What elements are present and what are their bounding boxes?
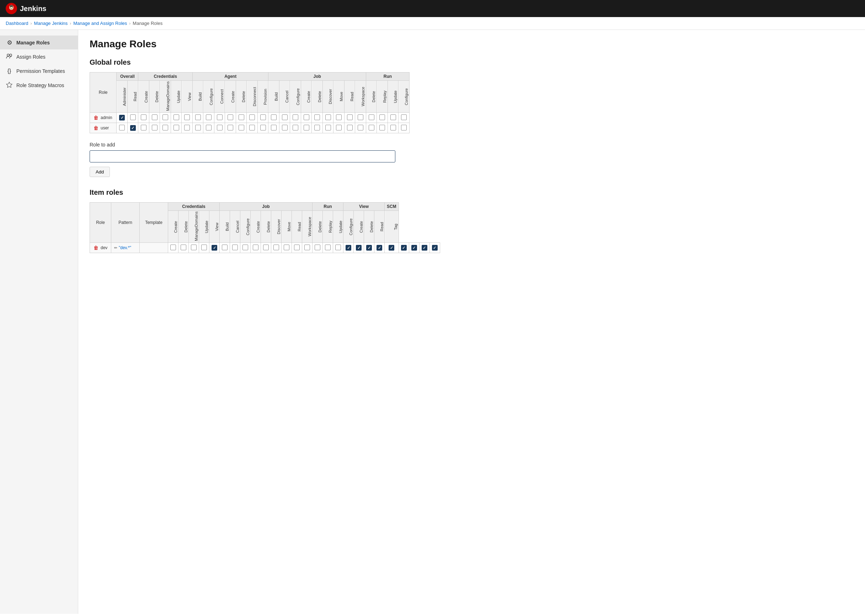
global-role-user-cb-16[interactable] bbox=[290, 123, 301, 133]
global-role-admin-cb-19[interactable] bbox=[322, 113, 333, 123]
item-checkbox-dev-25[interactable] bbox=[432, 245, 438, 251]
checkbox-admin-20[interactable] bbox=[336, 115, 342, 120]
global-role-admin-cb-22[interactable] bbox=[355, 113, 366, 123]
item-role-dev-cb-8[interactable] bbox=[251, 243, 261, 253]
item-checkbox-dev-13[interactable] bbox=[304, 245, 310, 250]
item-role-dev-cb-18[interactable] bbox=[354, 243, 364, 253]
checkbox-admin-23[interactable] bbox=[369, 115, 374, 120]
checkbox-user-16[interactable] bbox=[293, 125, 298, 130]
item-role-dev-cb-14[interactable] bbox=[313, 243, 323, 253]
delete-item-role-dev[interactable]: 🗑 bbox=[93, 244, 99, 251]
global-role-admin-cb-23[interactable] bbox=[366, 113, 377, 123]
delete-global-role-user[interactable]: 🗑 bbox=[93, 124, 99, 132]
checkbox-user-22[interactable] bbox=[358, 125, 363, 130]
global-role-user-cb-11[interactable] bbox=[236, 123, 247, 133]
global-role-user-cb-5[interactable] bbox=[171, 123, 182, 133]
global-role-user-cb-0[interactable] bbox=[116, 123, 127, 133]
checkbox-user-8[interactable] bbox=[206, 125, 212, 130]
checkbox-user-25[interactable] bbox=[390, 125, 396, 130]
sidebar-item-assign-roles[interactable]: Assign Roles bbox=[0, 49, 78, 64]
item-role-dev-cb-23[interactable] bbox=[409, 243, 419, 253]
global-role-user-cb-4[interactable] bbox=[160, 123, 171, 133]
checkbox-admin-8[interactable] bbox=[206, 115, 212, 120]
checkbox-admin-4[interactable] bbox=[162, 115, 168, 120]
checkbox-user-12[interactable] bbox=[249, 125, 255, 130]
global-role-user-cb-18[interactable] bbox=[312, 123, 323, 133]
checkbox-user-17[interactable] bbox=[304, 125, 309, 130]
global-role-admin-cb-24[interactable] bbox=[377, 113, 388, 123]
global-role-admin-cb-7[interactable] bbox=[192, 113, 203, 123]
checkbox-admin-2[interactable] bbox=[141, 115, 146, 120]
global-role-user-cb-9[interactable] bbox=[214, 123, 225, 133]
item-role-dev-cb-16[interactable] bbox=[333, 243, 343, 253]
item-role-dev-cb-10[interactable] bbox=[271, 243, 282, 253]
sidebar-item-permission-templates[interactable]: {} Permission Templates bbox=[0, 64, 78, 78]
checkbox-user-3[interactable] bbox=[152, 125, 157, 130]
breadcrumb-dashboard[interactable]: Dashboard bbox=[6, 20, 28, 26]
global-role-admin-cb-6[interactable] bbox=[182, 113, 193, 123]
item-role-dev-cb-13[interactable] bbox=[302, 243, 313, 253]
item-checkbox-dev-21[interactable] bbox=[388, 245, 394, 251]
item-checkbox-dev-17[interactable] bbox=[346, 245, 351, 251]
global-role-admin-cb-17[interactable] bbox=[301, 113, 312, 123]
checkbox-user-21[interactable] bbox=[347, 125, 353, 130]
global-role-user-cb-20[interactable] bbox=[333, 123, 344, 133]
checkbox-admin-7[interactable] bbox=[195, 115, 201, 120]
checkbox-user-6[interactable] bbox=[184, 125, 190, 130]
item-checkbox-dev-15[interactable] bbox=[325, 245, 331, 250]
global-role-user-cb-14[interactable] bbox=[269, 123, 280, 133]
checkbox-admin-21[interactable] bbox=[347, 115, 353, 120]
item-role-dev-cb-9[interactable] bbox=[261, 243, 271, 253]
global-role-admin-cb-15[interactable] bbox=[279, 113, 290, 123]
global-role-admin-cb-25[interactable] bbox=[387, 113, 399, 123]
checkbox-user-14[interactable] bbox=[271, 125, 277, 130]
item-checkbox-dev-11[interactable] bbox=[284, 245, 289, 250]
item-checkbox-dev-1[interactable] bbox=[181, 245, 186, 250]
item-checkbox-dev-19[interactable] bbox=[366, 245, 372, 251]
checkbox-user-0[interactable] bbox=[119, 125, 125, 130]
item-role-dev-cb-25[interactable] bbox=[429, 243, 440, 253]
global-role-user-cb-2[interactable] bbox=[138, 123, 149, 133]
checkbox-admin-15[interactable] bbox=[282, 115, 288, 120]
checkbox-user-2[interactable] bbox=[141, 125, 146, 130]
item-checkbox-dev-14[interactable] bbox=[315, 245, 320, 250]
item-role-dev-cb-2[interactable] bbox=[189, 243, 199, 253]
checkbox-user-1[interactable] bbox=[130, 125, 136, 131]
global-role-user-cb-21[interactable] bbox=[344, 123, 355, 133]
global-role-admin-cb-9[interactable] bbox=[214, 113, 225, 123]
item-role-dev-cb-1[interactable] bbox=[178, 243, 189, 253]
delete-global-role-admin[interactable]: 🗑 bbox=[93, 114, 99, 121]
item-checkbox-dev-23[interactable] bbox=[411, 245, 417, 251]
checkbox-admin-5[interactable] bbox=[173, 115, 179, 120]
global-role-admin-cb-13[interactable] bbox=[257, 113, 269, 123]
checkbox-admin-19[interactable] bbox=[325, 115, 331, 120]
role-to-add-input[interactable] bbox=[90, 150, 395, 162]
global-role-user-cb-7[interactable] bbox=[192, 123, 203, 133]
checkbox-user-5[interactable] bbox=[173, 125, 179, 130]
checkbox-admin-22[interactable] bbox=[358, 115, 363, 120]
item-role-dev-cb-3[interactable] bbox=[199, 243, 209, 253]
global-role-admin-cb-21[interactable] bbox=[344, 113, 355, 123]
item-checkbox-dev-6[interactable] bbox=[232, 245, 238, 250]
global-role-admin-cb-2[interactable] bbox=[138, 113, 149, 123]
item-checkbox-dev-24[interactable] bbox=[421, 245, 427, 251]
global-role-user-cb-6[interactable] bbox=[182, 123, 193, 133]
breadcrumb-manage-assign-roles[interactable]: Manage and Assign Roles bbox=[73, 20, 127, 26]
item-role-dev-cb-5[interactable] bbox=[220, 243, 230, 253]
item-checkbox-dev-2[interactable] bbox=[191, 245, 197, 250]
item-role-dev-cb-15[interactable] bbox=[323, 243, 333, 253]
item-role-dev-cb-21[interactable] bbox=[385, 243, 399, 253]
checkbox-user-13[interactable] bbox=[260, 125, 266, 130]
checkbox-user-26[interactable] bbox=[401, 125, 407, 130]
checkbox-admin-18[interactable] bbox=[314, 115, 320, 120]
item-role-dev-cb-6[interactable] bbox=[230, 243, 240, 253]
global-role-user-cb-12[interactable] bbox=[247, 123, 258, 133]
checkbox-user-11[interactable] bbox=[239, 125, 244, 130]
global-role-admin-cb-26[interactable] bbox=[399, 113, 410, 123]
item-checkbox-dev-16[interactable] bbox=[335, 245, 341, 250]
checkbox-admin-9[interactable] bbox=[217, 115, 223, 120]
global-role-user-cb-1[interactable] bbox=[127, 123, 138, 133]
item-role-dev-cb-24[interactable] bbox=[419, 243, 429, 253]
item-role-dev-cb-7[interactable] bbox=[240, 243, 251, 253]
global-role-user-cb-3[interactable] bbox=[149, 123, 160, 133]
